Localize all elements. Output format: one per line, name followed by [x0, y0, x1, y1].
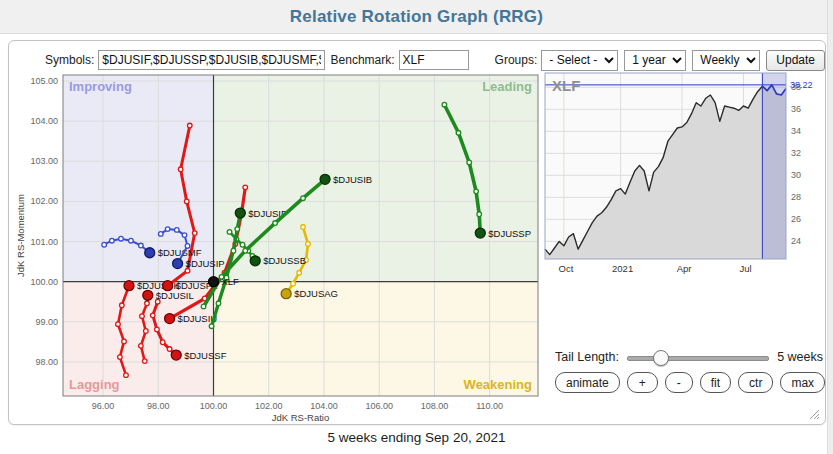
svg-text:102.00: 102.00	[30, 196, 58, 206]
svg-text:JdK RS-Ratio: JdK RS-Ratio	[272, 412, 330, 421]
rrg-label-djusag: $DJUSAG	[294, 288, 338, 299]
rrg-label-xlf: XLF	[222, 276, 240, 287]
rrg-head-djusiu[interactable]	[165, 314, 175, 324]
rrg-head-djussp[interactable]	[475, 228, 485, 238]
period-caption: 5 weeks ending Sep 20, 2021	[0, 430, 833, 445]
svg-text:105.00: 105.00	[30, 76, 58, 86]
tail-length-label: Tail Length:	[555, 350, 619, 364]
svg-text:102.00: 102.00	[255, 401, 283, 411]
groups-label: Groups:	[495, 53, 538, 67]
rrg-head-djussf[interactable]	[171, 350, 181, 360]
rrg-head-djusbk[interactable]	[124, 281, 134, 291]
svg-text:104.00: 104.00	[310, 401, 338, 411]
center-button[interactable]: ctr	[738, 372, 773, 393]
chart-buttons: animate + - fit ctr max	[555, 372, 823, 393]
svg-text:99.00: 99.00	[35, 317, 58, 327]
rrg-label-djusip: $DJUSIP	[186, 258, 225, 269]
animate-button[interactable]: animate	[555, 372, 620, 393]
slider-track[interactable]	[627, 356, 769, 361]
rrg-label-djussp: $DJUSSP	[488, 228, 531, 239]
svg-text:108.00: 108.00	[421, 401, 449, 411]
svg-text:32: 32	[791, 148, 801, 158]
rrg-head-djusmf[interactable]	[145, 248, 155, 258]
rrg-head-xlf[interactable]	[209, 277, 219, 287]
svg-text:110.00: 110.00	[476, 401, 503, 411]
svg-text:24: 24	[791, 236, 801, 246]
rrg-label-djusib: $DJUSIB	[333, 174, 372, 185]
groups-select[interactable]: - Select -	[541, 50, 618, 71]
zoom-in-button[interactable]: +	[627, 372, 658, 393]
benchmark-label: Benchmark:	[331, 53, 395, 67]
svg-text:34: 34	[791, 126, 801, 136]
svg-text:Jul: Jul	[739, 263, 751, 274]
svg-text:28: 28	[791, 192, 801, 202]
svg-text:JdK RS-Momentum: JdK RS-Momentum	[15, 194, 26, 277]
resize-handle-icon[interactable]	[807, 407, 820, 420]
rrg-label-djusil: $DJUSIL	[156, 290, 194, 301]
rrg-chart: ImprovingLeadingLaggingWeakening96.0098.…	[11, 67, 545, 421]
svg-text:2021: 2021	[612, 263, 633, 274]
svg-text:98.00: 98.00	[147, 401, 170, 411]
rrg-head-djusif[interactable]	[235, 208, 245, 218]
page-title: Relative Rotation Graph (RRG)	[0, 0, 833, 33]
quadrant-label-leading: Leading	[482, 79, 532, 94]
svg-text:101.00: 101.00	[30, 237, 58, 247]
last-price-label: 38.22	[790, 80, 813, 90]
svg-text:98.00: 98.00	[35, 357, 58, 367]
tail-length-control: Tail Length: 5 weeks	[555, 346, 823, 368]
svg-text:103.00: 103.00	[30, 156, 58, 166]
svg-text:26: 26	[791, 214, 801, 224]
update-button[interactable]: Update	[766, 50, 825, 71]
rrg-head-djusib[interactable]	[320, 174, 330, 184]
svg-text:Oct: Oct	[559, 263, 574, 274]
benchmark-price-chart: 242628303234363838.22Oct2021AprJulXLF	[542, 69, 830, 283]
price-chart-title: XLF	[552, 77, 580, 94]
svg-text:100.00: 100.00	[200, 401, 228, 411]
svg-text:36: 36	[791, 104, 801, 114]
tail-length-slider[interactable]	[627, 349, 769, 365]
rrg-label-djusmf: $DJUSMF	[158, 247, 202, 258]
svg-text:96.00: 96.00	[92, 401, 115, 411]
rrg-widget: Symbols: Benchmark: Groups: - Select - 1…	[8, 40, 826, 425]
page-header: Relative Rotation Graph (RRG)	[0, 0, 833, 34]
period-select[interactable]: 1 year	[624, 50, 686, 71]
quadrant-label-improving: Improving	[69, 79, 132, 94]
rrg-label-djussf: $DJUSSF	[184, 350, 226, 361]
rrg-head-djussb[interactable]	[250, 256, 260, 266]
svg-text:Apr: Apr	[677, 263, 692, 274]
frequency-select[interactable]: Weekly	[692, 50, 760, 71]
maximize-button[interactable]: max	[780, 372, 825, 393]
slider-thumb[interactable]	[653, 350, 669, 366]
rrg-label-djussb: $DJUSSB	[263, 255, 306, 266]
symbols-label: Symbols:	[45, 53, 94, 67]
svg-text:100.00: 100.00	[30, 277, 58, 287]
zoom-out-button[interactable]: -	[665, 372, 693, 393]
svg-text:104.00: 104.00	[30, 116, 58, 126]
fit-button[interactable]: fit	[700, 372, 731, 393]
quadrant-label-lagging: Lagging	[69, 377, 120, 392]
svg-text:106.00: 106.00	[365, 401, 393, 411]
rrg-head-djusil[interactable]	[143, 290, 153, 300]
rrg-head-djusip[interactable]	[173, 259, 183, 269]
rrg-head-djusfa[interactable]	[163, 281, 173, 291]
quadrant-label-weakening: Weakening	[464, 377, 532, 392]
rrg-head-djusag[interactable]	[281, 289, 291, 299]
tail-length-value: 5 weeks	[777, 350, 823, 364]
svg-text:30: 30	[791, 170, 801, 180]
scrollbar[interactable]	[827, 0, 833, 454]
